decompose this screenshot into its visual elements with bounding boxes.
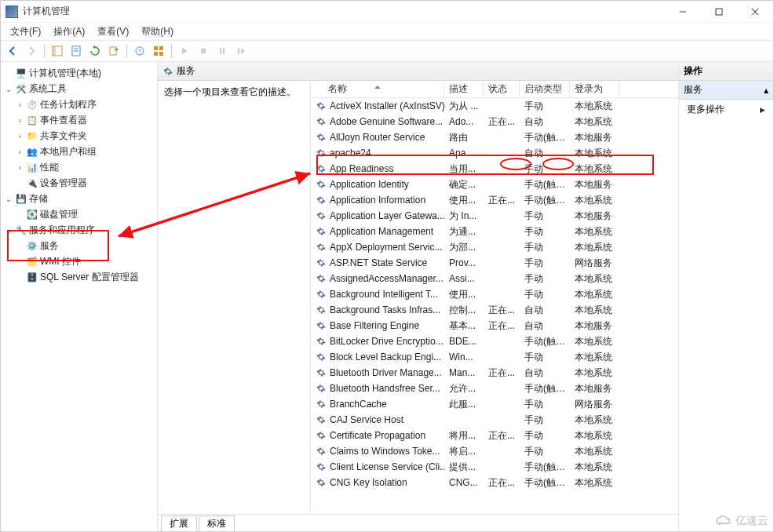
- service-row[interactable]: ASP.NET State ServiceProv...手动网络服务: [311, 255, 678, 271]
- service-row[interactable]: AppX Deployment Servic...为部...手动本地系统: [311, 239, 678, 255]
- collapse-icon[interactable]: ⌄: [4, 85, 13, 93]
- tree-label: SQL Server 配置管理器: [40, 271, 139, 284]
- col-logon[interactable]: 登录为: [570, 81, 620, 97]
- expand-icon[interactable]: ›: [15, 148, 24, 156]
- service-name: Background Tasks Infras...: [330, 304, 440, 315]
- start-icon[interactable]: [176, 42, 193, 60]
- menu-file[interactable]: 文件(F): [4, 23, 47, 40]
- export-icon[interactable]: [105, 42, 122, 60]
- cell-desc: 允许...: [444, 382, 484, 395]
- tree-label: 事件查看器: [40, 114, 87, 127]
- cell-name: Client License Service (Cli...: [311, 461, 444, 472]
- cell-desc: 提供...: [444, 461, 484, 474]
- pause-icon[interactable]: [214, 42, 231, 60]
- actions-sub: 服务▴: [679, 81, 773, 100]
- tree-storage[interactable]: ⌄💾存储: [1, 191, 157, 206]
- service-name: Base Filtering Engine: [330, 320, 419, 331]
- service-row[interactable]: Background Intelligent T...使用...手动本地系统: [311, 286, 678, 302]
- tree-label: 存储: [29, 192, 48, 206]
- service-row[interactable]: Bluetooth Handsfree Ser...允许...手动(触发...本…: [311, 381, 678, 396]
- menubar: 文件(F) 操作(A) 查看(V) 帮助(H): [1, 23, 773, 40]
- grid-view-icon[interactable]: [150, 42, 167, 60]
- service-name: AllJoyn Router Service: [330, 132, 425, 143]
- tree-local-users[interactable]: ›👥本地用户和组: [1, 144, 157, 159]
- back-button[interactable]: [4, 42, 21, 60]
- tree-sqlserver[interactable]: 🗄️SQL Server 配置管理器: [1, 269, 157, 285]
- col-type[interactable]: 启动类型: [520, 81, 570, 97]
- service-row[interactable]: CAJ Service Host手动本地系统: [311, 412, 678, 428]
- tree-task-scheduler[interactable]: ›⏱️任务计划程序: [1, 97, 157, 112]
- properties-icon[interactable]: [68, 42, 85, 60]
- service-row[interactable]: AssignedAccessManager...Assi...手动本地系统: [311, 271, 678, 286]
- tree-services[interactable]: ⚙️服务: [1, 238, 157, 253]
- center-pane: 服务 选择一个项目来查看它的描述。 名称 描述 状态 启动类型 登录为 Acti…: [158, 62, 679, 531]
- service-row[interactable]: ActiveX Installer (AxInstSV)为从 ...手动本地系统: [311, 98, 678, 114]
- tree-services-apps[interactable]: ⌄🔧服务和应用程序: [1, 222, 157, 238]
- service-row[interactable]: Application Information使用...正在...手动(触发..…: [311, 192, 678, 208]
- service-row[interactable]: apache24Apa...自动本地系统: [311, 145, 678, 161]
- stop-icon[interactable]: [195, 42, 212, 60]
- service-row[interactable]: Adobe Genuine Software...Ado...正在...自动本地…: [311, 114, 678, 129]
- service-row[interactable]: Block Level Backup Engi...Win...手动本地系统: [311, 349, 678, 365]
- service-row[interactable]: Client License Service (Cli...提供...手动(触发…: [311, 459, 678, 475]
- collapse-icon[interactable]: ⌄: [4, 226, 13, 235]
- tree-event-viewer[interactable]: ›📋事件查看器: [1, 112, 157, 128]
- service-row[interactable]: App Readiness当用...手动本地系统: [311, 161, 678, 177]
- menu-view[interactable]: 查看(V): [91, 23, 135, 40]
- col-desc[interactable]: 描述: [444, 81, 484, 97]
- service-row[interactable]: Certificate Propagation将用...正在...手动本地系统: [311, 428, 678, 443]
- service-row[interactable]: Application Management为通...手动本地系统: [311, 224, 678, 239]
- show-hide-icon[interactable]: [49, 42, 66, 60]
- col-status[interactable]: 状态: [484, 81, 520, 97]
- tree-shared-folders[interactable]: ›📁共享文件夹: [1, 128, 157, 144]
- service-row[interactable]: Claims to Windows Toke...将启...手动本地系统: [311, 443, 678, 459]
- tab-standard[interactable]: 标准: [199, 516, 235, 531]
- gear-icon: [316, 352, 327, 363]
- refresh-icon[interactable]: [86, 42, 104, 60]
- gear-icon: [162, 66, 173, 77]
- maximize-button[interactable]: [701, 1, 737, 22]
- tree-root[interactable]: 🖥️计算机管理(本地): [1, 65, 157, 81]
- tab-extended[interactable]: 扩展: [161, 516, 197, 531]
- gear-icon: [316, 414, 327, 425]
- expand-icon[interactable]: ›: [15, 163, 24, 172]
- menu-help[interactable]: 帮助(H): [135, 23, 180, 40]
- more-actions[interactable]: 更多操作▶: [679, 100, 773, 119]
- service-row[interactable]: BitLocker Drive Encryptio...BDE...手动(触发.…: [311, 333, 678, 349]
- cloud-icon: [715, 516, 732, 527]
- tree-label: 性能: [40, 161, 59, 174]
- col-name[interactable]: 名称: [311, 81, 444, 97]
- service-row[interactable]: AllJoyn Router Service路由手动(触发...本地服务: [311, 129, 678, 145]
- tree-device-manager[interactable]: 🔌设备管理器: [1, 175, 157, 191]
- menu-action[interactable]: 操作(A): [47, 23, 91, 40]
- service-row[interactable]: Bluetooth Driver Manage...Man...正在...自动本…: [311, 365, 678, 381]
- collapse-icon[interactable]: ⌄: [4, 195, 13, 203]
- service-row[interactable]: BranchCache此服...手动网络服务: [311, 396, 678, 412]
- cell-name: Bluetooth Handsfree Ser...: [311, 383, 444, 394]
- close-button[interactable]: [737, 1, 773, 22]
- tree-performance[interactable]: ›📊性能: [1, 159, 157, 175]
- service-row[interactable]: Background Tasks Infras...控制...正在...自动本地…: [311, 302, 678, 318]
- expand-icon[interactable]: ›: [15, 100, 24, 109]
- tree-disk-mgmt[interactable]: 💽磁盘管理: [1, 206, 157, 222]
- expand-icon[interactable]: ›: [15, 132, 24, 140]
- restart-icon[interactable]: [232, 42, 250, 60]
- service-row[interactable]: Application Identity确定...手动(触发...本地服务: [311, 177, 678, 192]
- service-row[interactable]: Base Filtering Engine基本...正在...自动本地服务: [311, 318, 678, 333]
- tree-label: 共享文件夹: [40, 129, 87, 143]
- cell-type: 手动(触发...: [520, 382, 570, 395]
- cell-type: 手动(触发...: [520, 194, 570, 207]
- minimize-button[interactable]: [665, 1, 701, 22]
- service-row[interactable]: Application Layer Gatewa...为 In...手动本地服务: [311, 208, 678, 224]
- cell-logon: 本地系统: [570, 225, 620, 239]
- cell-logon: 本地系统: [570, 241, 620, 254]
- tree-wmi[interactable]: 🗂️WMI 控件: [1, 253, 157, 269]
- cell-logon: 本地系统: [570, 476, 620, 490]
- help-icon[interactable]: ?: [131, 42, 148, 60]
- forward-button[interactable]: [23, 42, 40, 60]
- expand-icon[interactable]: ›: [15, 116, 24, 125]
- cell-logon: 本地系统: [570, 445, 620, 458]
- tree-system-tools[interactable]: ⌄🛠️系统工具: [1, 81, 157, 97]
- caret-up-icon[interactable]: ▴: [764, 85, 769, 96]
- service-row[interactable]: CNG Key IsolationCNG...正在...手动(触发...本地系统: [311, 475, 678, 490]
